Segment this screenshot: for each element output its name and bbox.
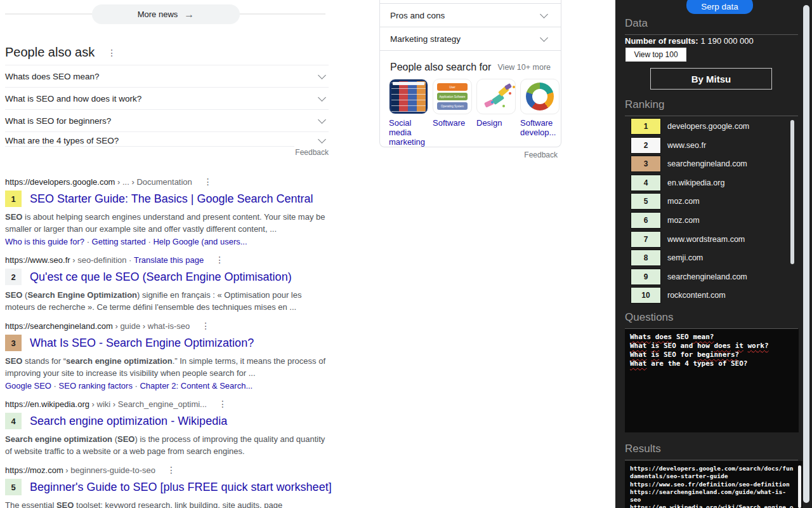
- more-options-icon[interactable]: ⋮: [204, 177, 213, 186]
- ranking-scrollbar[interactable]: [790, 120, 794, 264]
- browser-viewport: More news → People also ask ⋮ Whats does…: [0, 0, 812, 508]
- feedback-link[interactable]: Feedback: [295, 148, 329, 157]
- result-breadcrumb[interactable]: https://www.seo.fr › seo-definition: [5, 255, 126, 265]
- more-options-icon[interactable]: ⋮: [215, 255, 224, 264]
- ranking-domain[interactable]: searchengineland.com: [667, 272, 747, 281]
- result-title-link[interactable]: Search engine optimization - Wikipedia: [30, 415, 227, 428]
- chevron-down-icon: [318, 135, 326, 144]
- result-breadcrumb[interactable]: https://searchengineland.com › guide › w…: [5, 321, 190, 331]
- result-header: https://searchengineland.com › guide › w…: [5, 321, 329, 331]
- accordion-marketing-strategy[interactable]: Marketing strategy: [380, 27, 561, 50]
- translate-link[interactable]: Translate this page: [134, 255, 204, 265]
- ranking-domain[interactable]: en.wikipedia.org: [667, 178, 724, 187]
- sitelink[interactable]: Google SEO: [5, 381, 51, 391]
- sitelink[interactable]: Getting started: [92, 237, 146, 246]
- ranking-domain[interactable]: moz.com: [667, 216, 700, 225]
- result-breadcrumb[interactable]: https://en.wikipedia.org › wiki › Search…: [5, 399, 207, 409]
- pasf-item-software[interactable]: User Application Software Operating Syst…: [433, 79, 472, 147]
- question-word: What: [630, 351, 647, 359]
- more-news-label: More news: [138, 10, 178, 19]
- ranking-domain[interactable]: www.seo.fr: [667, 141, 706, 150]
- ranking-row: 2www.seo.fr: [631, 137, 749, 154]
- result-domain: https://developers.google.com: [5, 177, 115, 187]
- question-word: types: [693, 359, 714, 368]
- by-mitsu-button[interactable]: By Mitsu: [650, 68, 772, 90]
- result-title-link[interactable]: Beginner's Guide to SEO [plus FREE quick…: [30, 481, 332, 494]
- result-snippet: SEO stands for “search engine optimizati…: [5, 355, 329, 379]
- result-header: https://www.seo.fr › seo-definition · Tr…: [5, 255, 329, 265]
- google-serp-column: More news → People also ask ⋮ Whats does…: [5, 0, 329, 508]
- accordion-pros-and-cons[interactable]: Pros and cons: [380, 3, 561, 27]
- serp-extension-sidebar: Serp data Data Number of results:1 190 0…: [615, 0, 812, 508]
- result-breadcrumb[interactable]: https://moz.com › beginners-guide-to-seo: [5, 465, 155, 475]
- separator: ·: [146, 237, 154, 246]
- ranking-domain[interactable]: developers.google.com: [667, 122, 749, 131]
- more-options-icon[interactable]: ⋮: [218, 399, 227, 408]
- table-graphic-lines: [391, 81, 426, 112]
- more-options-icon[interactable]: ⋮: [201, 321, 210, 330]
- ranking-domain[interactable]: moz.com: [667, 197, 700, 206]
- question-line: What are the 4 types of SEO?: [630, 359, 794, 368]
- search-result: https://developers.google.com › ... › Do…: [5, 177, 329, 247]
- pasf-label[interactable]: Software: [433, 118, 472, 128]
- results-scrollbar[interactable]: [798, 465, 801, 508]
- feedback-link[interactable]: Feedback: [379, 150, 558, 159]
- questions-textarea[interactable]: Whats does SEO mean?What is SEO and how …: [625, 329, 799, 432]
- people-also-ask-title: People also ask: [5, 45, 95, 60]
- result-breadcrumb[interactable]: https://developers.google.com › ... › Do…: [5, 177, 192, 187]
- paa-question-row[interactable]: Whats does SEO mean?: [5, 65, 329, 87]
- serp-data-button[interactable]: Serp data: [686, 0, 753, 14]
- result-path: › seo-definition: [70, 255, 127, 265]
- question-word: does: [655, 333, 672, 341]
- ranking-domain[interactable]: rockcontent.com: [667, 291, 726, 300]
- ranking-position-badge: 10: [631, 287, 661, 304]
- question-word: 4: [684, 359, 689, 368]
- pasf-item-social-media-marketing[interactable]: Social media marketing: [389, 79, 428, 147]
- paa-question-row[interactable]: What is SEO and how does it work?: [5, 87, 329, 109]
- pasf-label[interactable]: Social media marketing: [389, 118, 428, 147]
- question-word: What: [630, 342, 647, 350]
- results-urls-text: https://developers.google.com/search/doc…: [630, 465, 797, 508]
- paa-question-row[interactable]: What is SEO for beginners?: [5, 109, 329, 131]
- sidebar-scrollbar[interactable]: [803, 5, 809, 503]
- pasf-label[interactable]: Design: [476, 118, 516, 128]
- sitelink[interactable]: Chapter 2: Content & Search...: [140, 381, 252, 391]
- pasf-thumbnail-image[interactable]: [389, 79, 428, 114]
- result-title-link[interactable]: Qu'est ce que le SEO (Search Engine Opti…: [30, 271, 292, 284]
- ranking-position-badge: 1: [631, 118, 661, 135]
- pasf-thumbnail-image[interactable]: User Application Software Operating Syst…: [433, 79, 472, 114]
- result-title-link[interactable]: SEO Starter Guide: The Basics | Google S…: [30, 192, 313, 206]
- pasf-thumbnail-image[interactable]: [476, 79, 516, 114]
- ranking-domain[interactable]: searchengineland.com: [667, 159, 747, 168]
- ranking-row: 7www.wordstream.com: [631, 231, 749, 248]
- knowledge-panel-card: Pros and cons Marketing strategy People …: [379, 0, 561, 147]
- result-title-link[interactable]: What Is SEO - Search Engine Optimization…: [30, 337, 254, 350]
- paa-question-text: Whats does SEO mean?: [5, 72, 100, 81]
- view-top-100-button[interactable]: View top 100: [625, 48, 686, 62]
- result-domain: https://www.seo.fr: [5, 255, 70, 265]
- question-word: is: [651, 342, 659, 350]
- result-snippet: SEO is about helping search engines unde…: [5, 211, 329, 235]
- more-options-icon[interactable]: ⋮: [167, 465, 176, 474]
- more-options-icon[interactable]: ⋮: [107, 48, 116, 57]
- pasf-label[interactable]: Software develop...: [520, 118, 560, 137]
- sitelink[interactable]: Who is this guide for?: [5, 237, 84, 246]
- more-news-button[interactable]: More news →: [92, 4, 240, 24]
- result-sitelinks: Google SEO · SEO ranking factors · Chapt…: [5, 381, 329, 391]
- results-textarea[interactable]: https://developers.google.com/search/doc…: [625, 461, 802, 508]
- ranking-position-badge: 4: [631, 175, 661, 191]
- question-word: how: [697, 342, 710, 350]
- pasf-item-design[interactable]: Design: [476, 79, 516, 147]
- question-word: mean?: [693, 333, 714, 341]
- question-line: What is SEO for beginners?: [630, 351, 794, 359]
- ranking-domain[interactable]: semji.com: [667, 253, 703, 262]
- chevron-down-icon: [540, 10, 548, 18]
- pasf-thumbnail-image[interactable]: [520, 79, 560, 114]
- result-domain: https://moz.com: [5, 465, 63, 475]
- ranking-domain[interactable]: www.wordstream.com: [667, 235, 745, 244]
- sitelink[interactable]: Help Google (and users...: [153, 237, 247, 246]
- sitelink[interactable]: SEO ranking factors: [59, 381, 133, 391]
- ranking-section-title: Ranking: [625, 98, 798, 116]
- pasf-item-software-development[interactable]: Software develop...: [520, 79, 560, 147]
- view-more-link[interactable]: View 10+ more: [498, 63, 551, 72]
